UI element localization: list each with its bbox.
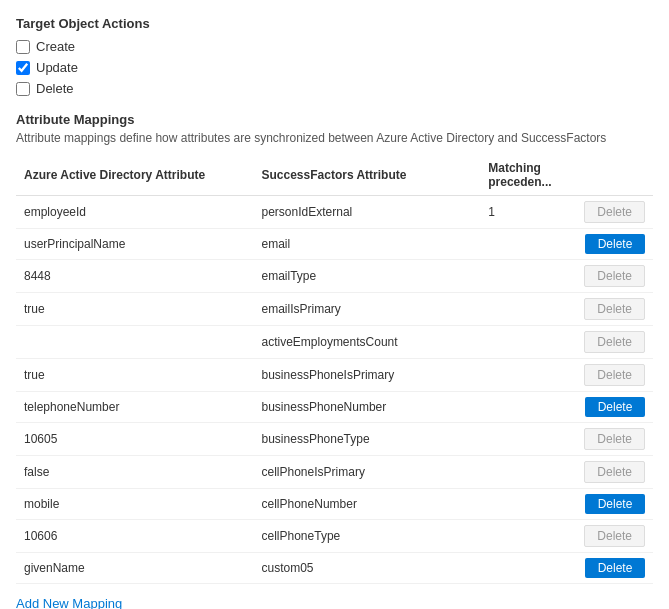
checkbox-update[interactable] — [16, 61, 30, 75]
checkboxes-container: CreateUpdateDelete — [16, 39, 653, 96]
cell-action: Delete — [567, 260, 653, 293]
cell-aad: 10605 — [16, 423, 254, 456]
cell-sf: cellPhoneType — [254, 520, 481, 553]
delete-button-3[interactable]: Delete — [584, 298, 645, 320]
cell-action: Delete — [567, 293, 653, 326]
cell-sf: emailType — [254, 260, 481, 293]
table-row: 10605businessPhoneTypeDelete — [16, 423, 653, 456]
delete-button-9[interactable]: Delete — [585, 494, 645, 514]
cell-match — [480, 423, 566, 456]
col-header-aad: Azure Active Directory Attribute — [16, 155, 254, 196]
delete-button-10[interactable]: Delete — [584, 525, 645, 547]
table-row: givenNamecustom05Delete — [16, 553, 653, 584]
target-object-actions-title: Target Object Actions — [16, 16, 653, 31]
table-row: telephoneNumberbusinessPhoneNumberDelete — [16, 392, 653, 423]
cell-match — [480, 489, 566, 520]
table-row: activeEmploymentsCountDelete — [16, 326, 653, 359]
delete-button-7[interactable]: Delete — [584, 428, 645, 450]
cell-action: Delete — [567, 456, 653, 489]
cell-match — [480, 229, 566, 260]
cell-sf: email — [254, 229, 481, 260]
delete-button-8[interactable]: Delete — [584, 461, 645, 483]
cell-action: Delete — [567, 423, 653, 456]
cell-aad: userPrincipalName — [16, 229, 254, 260]
table-header: Azure Active Directory Attribute Success… — [16, 155, 653, 196]
cell-aad: true — [16, 293, 254, 326]
cell-aad — [16, 326, 254, 359]
attribute-mappings-section: Attribute Mappings Attribute mappings de… — [16, 112, 653, 609]
cell-aad: 10606 — [16, 520, 254, 553]
mappings-tbody: employeeIdpersonIdExternal1DeleteuserPri… — [16, 196, 653, 584]
mappings-table: Azure Active Directory Attribute Success… — [16, 155, 653, 584]
table-row: userPrincipalNameemailDelete — [16, 229, 653, 260]
table-row: employeeIdpersonIdExternal1Delete — [16, 196, 653, 229]
checkbox-row-create: Create — [16, 39, 653, 54]
cell-match — [480, 553, 566, 584]
cell-aad: mobile — [16, 489, 254, 520]
cell-action: Delete — [567, 489, 653, 520]
attribute-mappings-title: Attribute Mappings — [16, 112, 653, 127]
delete-button-5[interactable]: Delete — [584, 364, 645, 386]
cell-match — [480, 520, 566, 553]
col-header-match: Matching preceden... — [480, 155, 566, 196]
cell-aad: 8448 — [16, 260, 254, 293]
delete-button-1[interactable]: Delete — [585, 234, 645, 254]
delete-button-11[interactable]: Delete — [585, 558, 645, 578]
target-object-actions-section: Target Object Actions CreateUpdateDelete — [16, 16, 653, 96]
cell-sf: businessPhoneType — [254, 423, 481, 456]
cell-sf: personIdExternal — [254, 196, 481, 229]
cell-sf: emailIsPrimary — [254, 293, 481, 326]
cell-aad: employeeId — [16, 196, 254, 229]
cell-match — [480, 359, 566, 392]
cell-action: Delete — [567, 326, 653, 359]
cell-match — [480, 392, 566, 423]
col-header-sf: SuccessFactors Attribute — [254, 155, 481, 196]
checkbox-label-update[interactable]: Update — [36, 60, 78, 75]
cell-match: 1 — [480, 196, 566, 229]
col-header-action — [567, 155, 653, 196]
delete-button-2[interactable]: Delete — [584, 265, 645, 287]
table-row: trueemailIsPrimaryDelete — [16, 293, 653, 326]
table-row: truebusinessPhoneIsPrimaryDelete — [16, 359, 653, 392]
cell-action: Delete — [567, 520, 653, 553]
cell-action: Delete — [567, 392, 653, 423]
delete-button-0[interactable]: Delete — [584, 201, 645, 223]
cell-sf: cellPhoneNumber — [254, 489, 481, 520]
cell-sf: businessPhoneIsPrimary — [254, 359, 481, 392]
cell-match — [480, 326, 566, 359]
cell-aad: givenName — [16, 553, 254, 584]
cell-aad: true — [16, 359, 254, 392]
cell-match — [480, 260, 566, 293]
checkbox-delete[interactable] — [16, 82, 30, 96]
table-row: mobilecellPhoneNumberDelete — [16, 489, 653, 520]
attribute-mappings-desc: Attribute mappings define how attributes… — [16, 131, 653, 145]
cell-action: Delete — [567, 229, 653, 260]
cell-sf: cellPhoneIsPrimary — [254, 456, 481, 489]
cell-action: Delete — [567, 196, 653, 229]
checkbox-label-create[interactable]: Create — [36, 39, 75, 54]
cell-sf: activeEmploymentsCount — [254, 326, 481, 359]
table-row: falsecellPhoneIsPrimaryDelete — [16, 456, 653, 489]
cell-action: Delete — [567, 359, 653, 392]
table-row: 10606cellPhoneTypeDelete — [16, 520, 653, 553]
cell-sf: businessPhoneNumber — [254, 392, 481, 423]
cell-sf: custom05 — [254, 553, 481, 584]
checkbox-row-delete: Delete — [16, 81, 653, 96]
cell-match — [480, 456, 566, 489]
cell-action: Delete — [567, 553, 653, 584]
cell-aad: telephoneNumber — [16, 392, 254, 423]
checkbox-label-delete[interactable]: Delete — [36, 81, 74, 96]
table-row: 8448emailTypeDelete — [16, 260, 653, 293]
cell-match — [480, 293, 566, 326]
checkbox-row-update: Update — [16, 60, 653, 75]
cell-aad: false — [16, 456, 254, 489]
delete-button-6[interactable]: Delete — [585, 397, 645, 417]
checkbox-create[interactable] — [16, 40, 30, 54]
add-new-mapping-link[interactable]: Add New Mapping — [16, 596, 122, 609]
delete-button-4[interactable]: Delete — [584, 331, 645, 353]
